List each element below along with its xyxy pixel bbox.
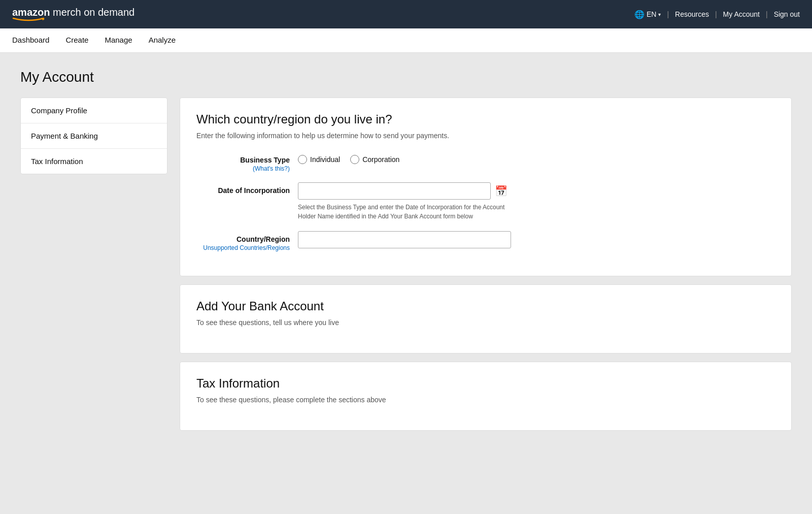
tax-information-subtitle: To see these questions, please complete … (196, 396, 775, 404)
individual-radio[interactable] (298, 155, 307, 164)
tax-information-title: Tax Information (196, 376, 775, 391)
resources-link[interactable]: Resources (675, 10, 709, 18)
tax-information-card: Tax Information To see these questions, … (180, 362, 792, 431)
nav-analyze[interactable]: Analyze (149, 28, 176, 52)
country-label: Country/Region (196, 235, 290, 243)
content-area: Which country/region do you live in? Ent… (180, 98, 792, 431)
corporation-option[interactable]: Corporation (350, 155, 399, 164)
sidebar-item-company-profile[interactable]: Company Profile (21, 98, 167, 123)
date-incorporation-row: Date of Incorporation 📅 Select the Busin… (196, 182, 775, 221)
nav-dashboard[interactable]: Dashboard (12, 28, 49, 52)
sub-nav: Dashboard Create Manage Analyze (0, 28, 812, 53)
top-nav: amazon merch on demand 🌐 EN ▾ | Resource… (0, 0, 812, 28)
location-card-subtitle: Enter the following information to help … (196, 132, 775, 140)
country-region-input[interactable] (298, 231, 511, 248)
date-label: Date of Incorporation (196, 186, 290, 195)
separator-2: | (715, 10, 717, 18)
sidebar-item-payment-banking[interactable]: Payment & Banking (21, 123, 167, 149)
separator-1: | (667, 10, 669, 18)
sidebar: Company Profile Payment & Banking Tax In… (20, 98, 167, 174)
amazon-brand: amazon (12, 7, 50, 18)
bank-account-card: Add Your Bank Account To see these quest… (180, 284, 792, 354)
bank-account-title: Add Your Bank Account (196, 299, 775, 313)
individual-label: Individual (310, 155, 340, 164)
logo-text: amazon merch on demand (12, 7, 134, 17)
location-card-title: Which country/region do you live in? (196, 112, 775, 126)
nav-create[interactable]: Create (65, 28, 88, 52)
date-control-group: 📅 Select the Business Type and enter the… (298, 182, 775, 221)
business-type-radio-group: Individual Corporation (298, 152, 775, 164)
language-selector[interactable]: 🌐 EN ▾ (634, 10, 661, 19)
business-type-label-group: Business Type (What's this?) (196, 152, 298, 172)
country-label-group: Country/Region Unsupported Countries/Reg… (196, 231, 298, 251)
country-control-group (298, 231, 775, 248)
nav-manage[interactable]: Manage (105, 28, 132, 52)
main-content: My Account Company Profile Payment & Ban… (0, 53, 812, 514)
calendar-icon[interactable]: 📅 (495, 185, 507, 197)
layout: Company Profile Payment & Banking Tax In… (20, 98, 792, 431)
individual-option[interactable]: Individual (298, 155, 340, 164)
date-input-wrapper: 📅 (298, 182, 775, 200)
whats-this-link[interactable]: (What's this?) (196, 165, 290, 172)
logo-area: amazon merch on demand (12, 7, 134, 21)
date-label-group: Date of Incorporation (196, 182, 298, 195)
bank-account-subtitle: To see these questions, tell us where yo… (196, 318, 775, 327)
logo: amazon merch on demand (12, 7, 134, 21)
unsupported-countries-link[interactable]: Unsupported Countries/Regions (196, 244, 290, 251)
business-type-label: Business Type (196, 156, 290, 164)
amazon-smile-icon (12, 17, 45, 21)
location-card: Which country/region do you live in? Ent… (180, 98, 792, 276)
corporation-radio[interactable] (350, 155, 359, 164)
date-hint: Select the Business Type and enter the D… (298, 203, 521, 221)
business-type-control: Individual Corporation (298, 152, 775, 164)
globe-icon: 🌐 (634, 10, 645, 19)
sign-out-link[interactable]: Sign out (774, 10, 800, 18)
merch-text: merch on demand (53, 7, 134, 18)
separator-3: | (766, 10, 768, 18)
business-type-row: Business Type (What's this?) Individual … (196, 152, 775, 172)
country-region-row: Country/Region Unsupported Countries/Reg… (196, 231, 775, 251)
page-title: My Account (20, 69, 792, 85)
date-incorporation-input[interactable] (298, 182, 491, 200)
corporation-label: Corporation (362, 155, 399, 164)
chevron-down-icon: ▾ (658, 12, 661, 17)
top-nav-right: 🌐 EN ▾ | Resources | My Account | Sign o… (634, 10, 800, 19)
language-label: EN (647, 10, 656, 18)
sidebar-item-tax-information[interactable]: Tax Information (21, 149, 167, 174)
my-account-link[interactable]: My Account (723, 10, 760, 18)
